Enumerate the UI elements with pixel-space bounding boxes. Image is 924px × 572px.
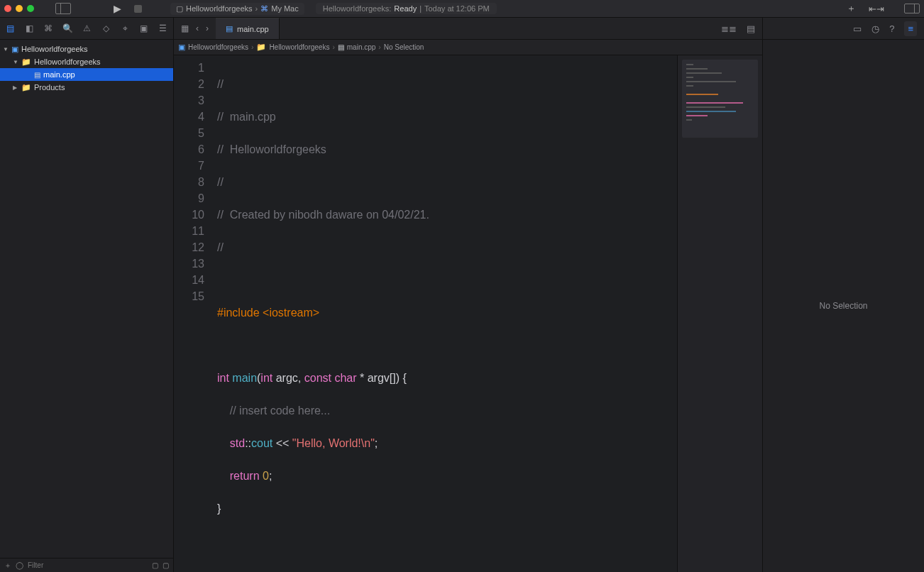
related-items-icon[interactable]: ▦ — [181, 23, 189, 33]
status-timestamp: Today at 12:06 PM — [424, 4, 490, 13]
tree-group-folder[interactable]: ▼ 📁 Helloworldforgeeks — [0, 55, 173, 68]
app-icon: ▢ — [176, 4, 183, 13]
inspector-panel: No Selection — [762, 40, 924, 572]
chevron-right-icon: › — [255, 4, 258, 13]
tree-products-folder[interactable]: ▶ 📁 Products — [0, 81, 173, 94]
source-file-icon: ▤ — [34, 71, 40, 79]
attributes-inspector-tab[interactable]: ≡ — [904, 21, 917, 36]
folder-icon: 📁 — [256, 43, 266, 52]
test-navigator-tab[interactable]: ◇ — [101, 23, 111, 33]
navigator-filter-bar: ＋ ◯ ▢ ▢ — [0, 558, 173, 572]
chevron-right-icon: › — [378, 43, 380, 51]
jump-bar-project[interactable]: ▣ Helloworldforgeeks — [178, 43, 248, 52]
editor-column: ▣ Helloworldforgeeks › 📁 Helloworldforge… — [174, 40, 762, 572]
tree-label: Helloworldforgeeks — [21, 45, 88, 53]
disclosure-triangle-icon[interactable]: ▼ — [13, 59, 18, 65]
adjust-editor-icon[interactable]: ▤ — [747, 23, 755, 34]
editor-options-icon[interactable]: ≣≣ — [721, 23, 737, 34]
symbol-navigator-tab[interactable]: ⌘ — [44, 23, 53, 33]
navigator-tab-bar: ▤ ◧ ⌘ 🔍 ⚠ ◇ ⌖ ▣ ☰ — [0, 18, 174, 39]
navigator-filter-input[interactable] — [28, 561, 148, 569]
inspector-tab-bar: ▭ ◷ ? ≡ — [762, 18, 924, 39]
filter-scope-button[interactable]: ◯ — [16, 561, 23, 569]
source-control-navigator-tab[interactable]: ◧ — [25, 23, 34, 33]
project-navigator: ▼ ▣ Helloworldforgeeks ▼ 📁 Helloworldfor… — [0, 40, 174, 572]
destination-icon: ⌘ — [260, 4, 268, 13]
find-navigator-tab[interactable]: 🔍 — [62, 23, 72, 33]
disclosure-triangle-icon[interactable]: ▼ — [3, 46, 9, 53]
main-area: ▼ ▣ Helloworldforgeeks ▼ 📁 Helloworldfor… — [0, 40, 924, 572]
issue-navigator-tab[interactable]: ⚠ — [82, 23, 92, 33]
editor-tab-label: main.cpp — [237, 25, 269, 33]
status-ready: Ready — [394, 4, 417, 13]
project-icon: ▣ — [178, 43, 185, 52]
inspector-empty-label: No Selection — [819, 301, 867, 311]
debug-navigator-tab[interactable]: ⌖ — [121, 23, 130, 33]
jump-bar-selection[interactable]: No Selection — [384, 43, 424, 51]
breakpoint-navigator-tab[interactable]: ▣ — [140, 23, 149, 33]
recent-files-icon[interactable]: ▢ — [152, 561, 158, 569]
project-navigator-tab[interactable]: ▤ — [6, 23, 15, 33]
history-inspector-tab[interactable]: ◷ — [871, 23, 879, 34]
help-inspector-tab[interactable]: ? — [889, 23, 894, 34]
project-icon: ▣ — [11, 45, 18, 54]
disclosure-triangle-icon[interactable]: ▶ — [13, 84, 18, 91]
tree-source-file[interactable]: ▤ main.cpp — [0, 68, 173, 81]
tree-label: Products — [34, 83, 65, 92]
jump-bar-file[interactable]: ▤ main.cpp — [338, 43, 376, 51]
file-inspector-tab[interactable]: ▭ — [853, 23, 862, 34]
folder-icon: 📁 — [21, 57, 31, 67]
library-button[interactable]: ⇤⇥ — [869, 4, 884, 14]
folder-icon: 📁 — [21, 83, 31, 92]
chevron-right-icon: › — [251, 43, 253, 51]
window-toolbar: ▶ ▢ Helloworldforgeeks › ⌘ My Mac Hellow… — [0, 0, 924, 17]
tree-label: main.cpp — [43, 70, 75, 79]
window-traffic-lights — [4, 5, 48, 12]
activity-status[interactable]: Helloworldforgeeks: Ready | Today at 12:… — [316, 3, 497, 14]
code-content[interactable]: // // main.cpp // Helloworldforgeeks // … — [213, 55, 677, 572]
run-destination: My Mac — [271, 4, 299, 13]
run-button[interactable]: ▶ — [114, 3, 121, 14]
toggle-navigator-icon[interactable] — [55, 3, 71, 14]
editor-tab-bar: ▦ ‹ › ▤ main.cpp ≣≣ ▤ — [174, 18, 762, 39]
tree-project-root[interactable]: ▼ ▣ Helloworldforgeeks — [0, 43, 173, 55]
scheme-selector[interactable]: ▢ Helloworldforgeeks › ⌘ My Mac — [170, 3, 304, 15]
minimap-viewport — [682, 60, 758, 138]
zoom-window-button[interactable] — [27, 5, 34, 12]
stop-button[interactable] — [134, 5, 142, 13]
minimize-window-button[interactable] — [16, 5, 23, 12]
scm-filter-icon[interactable]: ▢ — [163, 561, 169, 569]
secondary-toolbar: ▤ ◧ ⌘ 🔍 ⚠ ◇ ⌖ ▣ ☰ ▦ ‹ › ▤ main.cpp ≣≣ ▤ … — [0, 17, 924, 40]
line-number-gutter: 1 2 3 4 5 6 7 8 9 10 11 12 13 14 15 — [174, 55, 213, 572]
chevron-right-icon: › — [332, 43, 334, 51]
editor-tab-main-cpp[interactable]: ▤ main.cpp — [216, 18, 280, 39]
jump-bar[interactable]: ▣ Helloworldforgeeks › 📁 Helloworldforge… — [174, 40, 762, 55]
report-navigator-tab[interactable]: ☰ — [158, 23, 167, 33]
jump-bar-group[interactable]: 📁 Helloworldforgeeks — [256, 43, 329, 52]
toggle-inspector-icon[interactable] — [904, 4, 920, 13]
source-editor[interactable]: 1 2 3 4 5 6 7 8 9 10 11 12 13 14 15 // /… — [174, 55, 677, 572]
status-project: Helloworldforgeeks: — [323, 4, 392, 13]
editor-wrap: 1 2 3 4 5 6 7 8 9 10 11 12 13 14 15 // /… — [174, 55, 762, 572]
cpp-file-icon: ▤ — [226, 24, 233, 33]
go-forward-button[interactable]: › — [206, 23, 209, 33]
file-tree[interactable]: ▼ ▣ Helloworldforgeeks ▼ 📁 Helloworldfor… — [0, 40, 173, 558]
go-back-button[interactable]: ‹ — [196, 23, 199, 33]
tree-label: Helloworldforgeeks — [34, 57, 101, 66]
close-window-button[interactable] — [4, 5, 11, 12]
add-item-button[interactable]: ＋ — [4, 561, 11, 571]
scheme-name: Helloworldforgeeks — [186, 4, 253, 13]
source-file-icon: ▤ — [338, 43, 344, 51]
minimap[interactable] — [677, 55, 762, 572]
add-button[interactable]: ＋ — [847, 2, 856, 15]
